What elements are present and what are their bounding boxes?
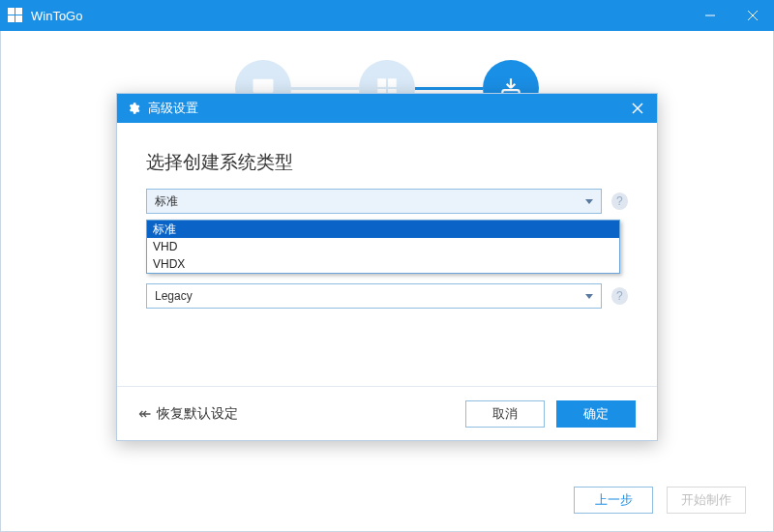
svg-rect-6 xyxy=(388,78,397,87)
back-button[interactable]: 上一步 xyxy=(574,487,653,514)
dialog-footer: ↞ 恢复默认设定 取消 确定 xyxy=(117,386,657,440)
app-title: WinToGo xyxy=(31,9,689,23)
system-type-dropdown: 标准 VHD VHDX xyxy=(146,220,620,274)
svg-marker-11 xyxy=(585,199,593,204)
start-button: 开始制作 xyxy=(667,487,746,514)
boot-mode-combobox[interactable]: Legacy xyxy=(146,283,602,309)
step-connector xyxy=(415,87,483,90)
cancel-button[interactable]: 取消 xyxy=(465,400,545,428)
boot-mode-selected: Legacy xyxy=(155,289,193,303)
svg-rect-5 xyxy=(377,78,386,87)
svg-marker-12 xyxy=(585,294,593,299)
dropdown-option[interactable]: VHD xyxy=(147,238,619,255)
dropdown-option[interactable]: VHDX xyxy=(147,255,619,273)
minimize-button[interactable] xyxy=(689,0,731,31)
restore-defaults-label: 恢复默认设定 xyxy=(157,405,238,423)
help-icon[interactable]: ? xyxy=(611,287,628,305)
system-type-combobox[interactable]: 标准 xyxy=(146,189,602,214)
advanced-settings-dialog: 高级设置 选择创建系统类型 标准 ? 标准 VHD VHDX Leg xyxy=(116,93,658,441)
app-icon xyxy=(8,8,23,23)
step-connector xyxy=(291,87,359,90)
dialog-close-button[interactable] xyxy=(628,99,647,118)
main-footer: 上一步 开始制作 xyxy=(574,487,746,514)
titlebar: WinToGo xyxy=(0,0,774,31)
chevron-down-icon xyxy=(585,289,593,303)
dialog-body: 选择创建系统类型 标准 ? 标准 VHD VHDX Legacy xyxy=(117,123,657,309)
close-button[interactable] xyxy=(731,0,774,31)
help-icon[interactable]: ? xyxy=(611,192,628,210)
system-type-selected: 标准 xyxy=(155,193,178,210)
gear-icon xyxy=(127,102,140,115)
dialog-header: 高级设置 xyxy=(117,94,657,123)
dropdown-option[interactable]: 标准 xyxy=(147,221,619,238)
restore-icon: ↞ xyxy=(138,404,151,423)
restore-defaults-link[interactable]: ↞ 恢复默认设定 xyxy=(138,404,238,423)
chevron-down-icon xyxy=(585,194,593,208)
ok-button[interactable]: 确定 xyxy=(556,400,636,428)
svg-rect-3 xyxy=(253,79,274,93)
dialog-title: 高级设置 xyxy=(148,100,198,117)
system-type-label: 选择创建系统类型 xyxy=(146,150,628,175)
